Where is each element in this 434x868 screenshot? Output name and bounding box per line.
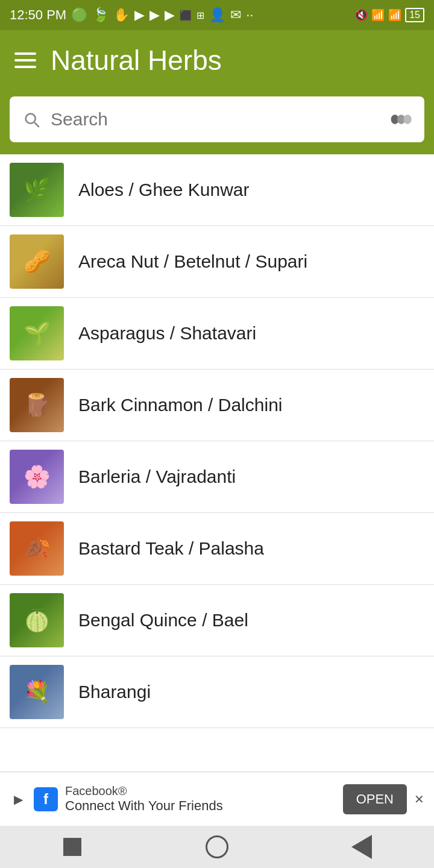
ad-banner: ▶ f Facebook® Connect With Your Friends … — [0, 772, 434, 826]
ad-close-icon[interactable]: ✕ — [414, 792, 424, 807]
person-icon: 👤 — [209, 7, 225, 23]
back-button[interactable] — [344, 832, 380, 862]
whatsapp-icon: 🟢 — [71, 7, 87, 23]
herb-list-item[interactable]: 🌱Asparagus / Shatavari — [0, 298, 434, 370]
herb-thumbnail: 🌸 — [10, 450, 64, 504]
hamburger-line-1 — [14, 52, 36, 55]
herb-list-item[interactable]: 💐Bharangi — [0, 656, 434, 728]
herb-name: Bengal Quince / Bael — [78, 610, 248, 631]
status-bar: 12:50 PM 🟢 🍃 ✋ ▶ ▶ ▶ ⬛ ⊞ 👤 ✉ ·· 🔇 📶 📶 15 — [0, 0, 434, 30]
bottom-nav — [0, 826, 434, 868]
herb-thumb-emoji: 🌿 — [10, 163, 64, 217]
ad-slogan: Connect With Your Friends — [65, 798, 336, 814]
search-bar[interactable] — [10, 96, 424, 142]
herb-thumb-emoji: 🍂 — [10, 521, 64, 576]
mail-icon: ✉ — [230, 7, 241, 23]
app-title: Natural Herbs — [51, 44, 222, 77]
mute-icon: 🔇 — [354, 8, 368, 22]
herb-thumbnail: 💐 — [10, 665, 64, 719]
search-bar-container — [0, 90, 434, 154]
wifi-icon: 📶 — [388, 8, 401, 22]
herb-thumb-emoji: 🌱 — [10, 306, 64, 360]
leaf-icon: 🍃 — [92, 7, 108, 23]
herb-list-item[interactable]: 🪵Bark Cinnamon / Dalchini — [0, 370, 434, 441]
dots-icon: ·· — [246, 7, 253, 23]
herb-name: Areca Nut / Betelnut / Supari — [78, 251, 307, 272]
herb-thumb-emoji: 🪵 — [10, 378, 64, 432]
herb-thumb-emoji: 🥜 — [10, 234, 64, 289]
ad-brand: Facebook® — [65, 784, 336, 798]
svg-point-2 — [404, 115, 412, 124]
ad-open-button[interactable]: OPEN — [343, 784, 407, 814]
herb-list-item[interactable]: 🍂Bastard Teak / Palasha — [0, 513, 434, 585]
group-icon — [387, 110, 412, 129]
herb-name: Aloes / Ghee Kunwar — [78, 180, 250, 200]
herb-list-item[interactable]: 🌸Barleria / Vajradanti — [0, 441, 434, 513]
grid-icon: ⊞ — [197, 10, 204, 21]
herb-thumb-emoji: 🍈 — [10, 593, 64, 647]
youtube2-icon: ▶ — [149, 7, 160, 23]
hamburger-line-2 — [14, 59, 36, 61]
home-icon — [206, 835, 228, 858]
status-time: 12:50 PM — [10, 7, 66, 23]
herb-list-item[interactable]: 🍈Bengal Quince / Bael — [0, 585, 434, 656]
facebook-logo: f — [34, 787, 58, 811]
herb-thumbnail: 🥜 — [10, 234, 64, 289]
hamburger-line-3 — [14, 66, 36, 68]
battery-icon: 15 — [405, 8, 424, 22]
herb-thumbnail: 🍂 — [10, 521, 64, 576]
app-header: Natural Herbs — [0, 30, 434, 90]
hand-icon: ✋ — [113, 7, 130, 23]
stop-icon — [63, 838, 81, 856]
menu-button[interactable] — [14, 52, 36, 68]
status-bar-left: 12:50 PM 🟢 🍃 ✋ ▶ ▶ ▶ ⬛ ⊞ 👤 ✉ ·· — [10, 7, 253, 23]
herb-list-item[interactable]: 🥜Areca Nut / Betelnut / Supari — [0, 226, 434, 298]
herb-name: Bastard Teak / Palasha — [78, 538, 264, 559]
home-button[interactable] — [199, 832, 235, 862]
ad-text-block: Facebook® Connect With Your Friends — [65, 784, 336, 814]
herb-thumbnail: 🌱 — [10, 306, 64, 360]
herb-thumbnail: 🍈 — [10, 593, 64, 647]
status-bar-right: 🔇 📶 📶 15 — [354, 8, 424, 22]
herb-list-item[interactable]: 🌿Aloes / Ghee Kunwar — [0, 154, 434, 226]
ad-play-icon: ▶ — [10, 791, 27, 808]
herb-name: Bark Cinnamon / Dalchini — [78, 395, 282, 415]
search-input[interactable] — [51, 109, 377, 130]
herb-thumbnail: 🌿 — [10, 163, 64, 217]
scan-icon: ⬛ — [180, 10, 192, 21]
herb-thumbnail: 🪵 — [10, 378, 64, 432]
youtube-icon: ▶ — [134, 7, 145, 23]
herb-list: 🌿Aloes / Ghee Kunwar🥜Areca Nut / Betelnu… — [0, 154, 434, 728]
herb-name: Barleria / Vajradanti — [78, 467, 236, 487]
back-icon — [351, 835, 372, 859]
youtube3-icon: ▶ — [165, 7, 175, 23]
stop-button[interactable] — [54, 832, 90, 862]
herb-thumb-emoji: 🌸 — [10, 450, 64, 504]
search-icon — [22, 110, 41, 129]
herb-name: Asparagus / Shatavari — [78, 323, 256, 344]
signal-icon: 📶 — [371, 8, 385, 22]
herb-thumb-emoji: 💐 — [10, 665, 64, 719]
herb-name: Bharangi — [78, 682, 151, 702]
